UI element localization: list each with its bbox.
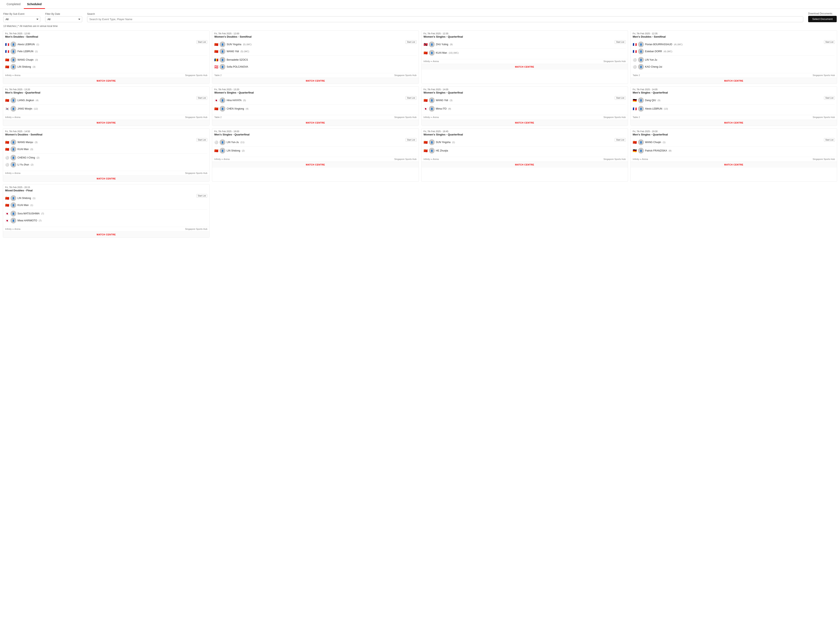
player-name: HE Zhuojia [436, 149, 448, 152]
search-input[interactable] [87, 16, 803, 22]
start-list-button[interactable]: Start List [824, 138, 835, 142]
start-list-button[interactable]: Start List [615, 138, 625, 142]
player-row: 🇦🇹 👤 Sofia POLCANOVA [214, 64, 417, 70]
player-flag: 🇨🇳 [5, 99, 9, 102]
card-header: Fri, 7th Feb 2025 - 14:05 Men's Singles … [631, 87, 837, 95]
match-centre-button[interactable]: MATCH CENTRE [422, 161, 628, 168]
player-name: LIN Shidong [17, 197, 31, 199]
player-flag: 🇫🇷 [633, 107, 637, 110]
card-header: Fri, 7th Feb 2025 - 13:20 Women's Single… [212, 87, 418, 95]
start-list-button[interactable]: Start List [615, 96, 625, 100]
player-avatar: 👤 [638, 64, 644, 70]
start-list-button[interactable]: Start List [406, 96, 417, 100]
venue-right: Singapore Sports Hub [185, 172, 207, 174]
card-header: Fri, 7th Feb 2025 - 14:50 Women's Double… [3, 128, 209, 137]
player-name: Bernadette SZOCS [227, 59, 248, 61]
player-name: Patrick FRANZISKA [645, 149, 667, 152]
match-centre-button[interactable]: MATCH CENTRE [212, 161, 418, 168]
player-name: KUAI Man [17, 204, 29, 207]
start-list-button[interactable]: Start List [196, 194, 207, 198]
player-flag: 🇯🇵 [5, 212, 9, 215]
player-avatar: 👤 [638, 97, 644, 103]
player-name: Mima ITO [436, 107, 447, 110]
player-row: 🇫🇷 👤 Florian BOURRASSAUD (4) (WC) [633, 41, 835, 47]
card-header: Fri, 7th Feb 2025 - 20:15 Mixed Doubles … [3, 184, 209, 193]
start-list-button[interactable]: Start List [824, 40, 835, 44]
player-name: Sofia POLCANOVA [227, 65, 248, 68]
start-list-button[interactable]: Start List [406, 138, 417, 142]
start-list-button[interactable]: Start List [196, 138, 207, 142]
match-datetime: Fri, 7th Feb 2025 - 18:00 [214, 130, 417, 133]
card-inner: Start List 🇨🇳 👤 LIN Shidong (1) 🇨🇳 👤 KUA… [3, 193, 209, 226]
player-flag: 🇰🇷 [5, 107, 9, 110]
venue-right: Singapore Sports Hub [813, 116, 835, 119]
player-avatar: 👤 [11, 64, 16, 70]
player-name: Felix LEBRUN [17, 50, 33, 53]
search-label: Search [87, 13, 803, 16]
start-list-button[interactable]: Start List [615, 40, 625, 44]
start-list-button[interactable]: Start List [406, 40, 417, 44]
player-flag: ⚪ [633, 65, 637, 68]
venue-left: Infinity ∞ Arena [423, 116, 439, 119]
match-card: Fri, 7th Feb 2025 - 20:15 Mixed Doubles … [3, 184, 210, 237]
tab-scheduled[interactable]: Scheduled [24, 0, 45, 9]
match-centre-button[interactable]: MATCH CENTRE [422, 120, 628, 126]
card-inner: Start List 🇫🇷 👤 Florian BOURRASSAUD (4) … [631, 39, 837, 72]
match-card: Fri, 7th Feb 2025 - 12:35 Men's Doubles … [630, 30, 837, 84]
player-flag: 🇹🇹 [423, 43, 428, 46]
player-avatar: 👤 [11, 97, 16, 103]
tab-completed[interactable]: Completed [3, 0, 24, 9]
player-row: ⚪ 👤 CHENG I-Ching (2) [5, 155, 207, 160]
match-card: Fri, 7th Feb 2025 - 12:35 Women's Single… [422, 30, 628, 84]
player-name: Alexis LEBRUN [17, 43, 35, 46]
match-centre-button[interactable]: MATCH CENTRE [631, 161, 837, 168]
match-centre-button[interactable]: MATCH CENTRE [3, 231, 209, 237]
card-venue: Table 2 Singapore Sports Hub [631, 115, 837, 120]
match-event: Women's Doubles - Semifinal [214, 35, 417, 38]
match-centre-button[interactable]: MATCH CENTRE [3, 78, 209, 84]
download-label: Download Documents [808, 12, 837, 15]
match-centre-button[interactable]: MATCH CENTRE [212, 78, 418, 84]
match-centre-button[interactable]: MATCH CENTRE [3, 120, 209, 126]
player-name: Hina HAYATA [227, 99, 242, 102]
player-avatar: 👤 [638, 41, 644, 47]
card-header: Fri, 7th Feb 2025 - 12:35 Men's Doubles … [631, 31, 837, 39]
player-avatar: 👤 [219, 97, 225, 103]
start-list-button[interactable]: Start List [196, 96, 207, 100]
card-venue: Infinity ∞ Arena Singapore Sports Hub [422, 115, 628, 120]
player-row: ⚪ 👤 Li Yu-Jhun (2) [5, 162, 207, 168]
match-centre-button[interactable]: MATCH CENTRE [631, 78, 837, 84]
player-flag: 🇯🇵 [214, 99, 218, 102]
player-name: LIN Yun-Ju [645, 59, 657, 61]
player-avatar: 👤 [11, 202, 16, 208]
player-flag: 🇨🇳 [5, 59, 9, 61]
match-datetime: Fri, 7th Feb 2025 - 14:05 [423, 88, 626, 91]
date-select[interactable]: All [45, 16, 82, 22]
card-inner: Start List 🇹🇹 👤 ZHU Yuling (9) 🇨🇳 👤 KUAI… [422, 39, 628, 58]
player-name: WANG Manyu [17, 141, 33, 144]
start-list-button[interactable]: Start List [824, 96, 835, 100]
player-flag: 🇨🇳 [214, 149, 218, 152]
player-flag: 🇨🇳 [214, 50, 218, 53]
player-flag: ⚪ [214, 141, 218, 144]
match-card: Fri, 7th Feb 2025 - 13:20 Men's Singles … [3, 86, 210, 126]
match-centre-button[interactable]: MATCH CENTRE [3, 176, 209, 182]
match-centre-button[interactable]: MATCH CENTRE [212, 120, 418, 126]
sub-event-select[interactable]: All [3, 16, 40, 22]
card-header: Fri, 7th Feb 2025 - 18:45 Women's Single… [422, 128, 628, 137]
start-list-button[interactable]: Start List [196, 40, 207, 44]
player-avatar: 👤 [219, 148, 225, 154]
match-centre-button[interactable]: MATCH CENTRE [422, 64, 628, 70]
player-name: CHENG I-Ching [17, 156, 35, 159]
player-avatar: 👤 [219, 106, 225, 112]
player-row: 🇨🇳 👤 WANG Chuqin (3) [5, 57, 207, 63]
player-name: ZHU Yuling [436, 43, 448, 46]
match-centre-button[interactable]: MATCH CENTRE [631, 120, 837, 126]
match-card: Fri, 7th Feb 2025 - 12:00 Men's Doubles … [3, 30, 210, 84]
card-inner: Start List 🇯🇵 👤 Hina HAYATA (5) 🇨🇳 👤 CHE… [212, 95, 418, 114]
player-row: 🇨🇳 👤 SUN Yingsha (5) (WC) [214, 41, 417, 47]
player-row: 🇨🇳 👤 LIANG Jingkun (4) [5, 97, 207, 103]
player-avatar: 👤 [11, 195, 16, 201]
select-document-button[interactable]: Select Document [808, 16, 837, 22]
player-avatar: 👤 [429, 148, 435, 154]
